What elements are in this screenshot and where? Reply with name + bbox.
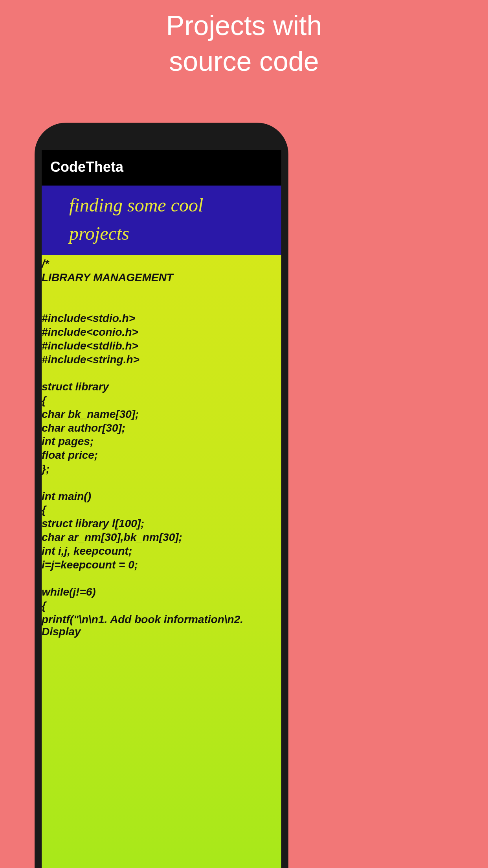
- app-header: CodeTheta: [42, 150, 281, 186]
- code-line: struct library l[100];: [42, 518, 281, 531]
- code-line: LIBRARY MANAGEMENT: [42, 272, 281, 285]
- code-line: #include<conio.h>: [42, 326, 281, 340]
- app-title: CodeTheta: [50, 159, 123, 175]
- code-line: [42, 285, 281, 299]
- code-line: [42, 477, 281, 491]
- phone-screen: CodeTheta finding some cool projects /*L…: [42, 150, 281, 868]
- banner-text: finding some cool projects: [69, 191, 254, 248]
- code-line: {: [42, 395, 281, 408]
- code-line: printf("\n\n1. Add book information\n2. …: [42, 614, 281, 640]
- phone-frame: CodeTheta finding some cool projects /*L…: [35, 123, 288, 868]
- code-line: [42, 572, 281, 586]
- code-line: float price;: [42, 449, 281, 463]
- code-line: char ar_nm[30],bk_nm[30];: [42, 531, 281, 545]
- banner: finding some cool projects: [42, 186, 281, 255]
- code-line: char bk_name[30];: [42, 408, 281, 422]
- code-line: {: [42, 600, 281, 614]
- code-line: [42, 299, 281, 313]
- code-line: i=j=keepcount = 0;: [42, 559, 281, 573]
- code-line: struct library: [42, 381, 281, 395]
- code-line: #include<stdlib.h>: [42, 340, 281, 354]
- code-line: int main(): [42, 491, 281, 504]
- code-line: [42, 367, 281, 381]
- code-line: int i,j, keepcount;: [42, 545, 281, 559]
- promo-title: Projects with source code: [0, 0, 488, 79]
- promo-line-1: Projects with: [0, 8, 488, 44]
- promo-line-2: source code: [0, 44, 488, 79]
- code-line: #include<string.h>: [42, 354, 281, 368]
- code-line: };: [42, 463, 281, 477]
- code-line: int pages;: [42, 436, 281, 449]
- code-line: #include<stdio.h>: [42, 313, 281, 326]
- code-viewer[interactable]: /*LIBRARY MANAGEMENT #include<stdio.h>#i…: [42, 255, 281, 868]
- code-line: char author[30];: [42, 422, 281, 436]
- code-line: {: [42, 504, 281, 518]
- code-line: /*: [42, 258, 281, 272]
- code-line: while(j!=6): [42, 586, 281, 600]
